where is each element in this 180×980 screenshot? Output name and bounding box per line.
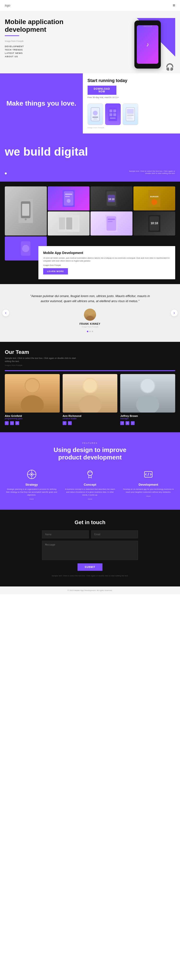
learn-more-button[interactable]: LEARN MORE [43, 268, 68, 274]
name-input[interactable] [42, 530, 89, 538]
feature-concept: Concept A business concept is a statemen… [63, 468, 117, 500]
dev-link[interactable]: more [122, 495, 175, 497]
svg-point-49 [25, 379, 39, 392]
member-name-3: Jeffrey Brown [120, 414, 175, 417]
development-icon [142, 468, 154, 480]
dot-3[interactable] [92, 331, 93, 332]
app-mock-2 [105, 103, 121, 125]
contact-title: Get in touch [5, 519, 175, 526]
member-socials-1: f t in [5, 421, 60, 425]
music-icon: ♪ [146, 41, 149, 48]
team-header: Our Team Sample text. Click to select th… [5, 349, 175, 366]
team-section: Our Team Sample text. Click to select th… [0, 342, 180, 432]
white-dot [5, 172, 7, 174]
svg-point-51 [79, 395, 101, 412]
hamburger-icon[interactable]: ≡ [172, 3, 175, 8]
svg-rect-6 [113, 110, 116, 112]
submit-button[interactable]: SUBMIT [77, 563, 103, 571]
member-name-1: Alex Grinfield [5, 414, 60, 417]
member-photo-2 [63, 374, 118, 412]
nav-item-about[interactable]: ABOUT US [5, 55, 88, 58]
images-from: Images from Freepik [43, 264, 171, 267]
instagram-icon-1[interactable]: in [15, 421, 19, 425]
twitter-icon-1[interactable]: t [10, 421, 14, 425]
team-title: Our Team [5, 349, 175, 355]
svg-rect-36 [107, 216, 116, 231]
running-left: Make things you love. [0, 73, 83, 134]
svg-point-1 [93, 111, 98, 116]
facebook-icon-3[interactable]: f [120, 421, 124, 425]
concept-link[interactable]: more [63, 498, 117, 500]
portfolio-section: 10:10 BURGER [0, 181, 180, 284]
feature-development: Development Develop an on-demand app for… [122, 468, 175, 500]
person1-bg [5, 374, 60, 412]
svg-rect-3 [93, 119, 97, 119]
svg-point-52 [83, 379, 97, 392]
portfolio-info: Mobile App Development Ut enim ad minim … [38, 246, 175, 279]
svg-rect-37 [108, 219, 115, 220]
svg-point-46 [86, 316, 94, 321]
testimonial-image-credit: Image from Freepik [7, 326, 173, 328]
hero-mockup: ♪ • MOCKUP 🎧 [92, 18, 175, 73]
facebook-icon-1[interactable]: f [5, 421, 9, 425]
next-testimonial-button[interactable]: › [171, 310, 178, 316]
nav-item-tech[interactable]: TECH TRENDS [5, 49, 88, 51]
nav-item-development[interactable]: DEVELOPMENT [5, 45, 88, 48]
svg-rect-12 [127, 115, 134, 116]
strategy-title: Strategy [5, 483, 58, 487]
avatar-face [84, 309, 96, 321]
svg-rect-7 [109, 113, 112, 116]
instagram-icon-3[interactable]: in [126, 421, 129, 425]
svg-rect-34 [73, 218, 78, 229]
portfolio-item-4: BURGER [133, 186, 175, 210]
download-button[interactable]: DOWNLOAD NOW [88, 86, 117, 95]
svg-rect-8 [113, 113, 116, 116]
contact-section: Get in touch SUBMIT Sample text. Click t… [0, 510, 180, 587]
strategy-link[interactable]: more [5, 498, 58, 500]
team-grid: Alex Grinfield programming guru f t in A… [5, 374, 175, 425]
svg-rect-33 [66, 218, 72, 229]
concept-title: Concept [63, 483, 117, 487]
svg-point-23 [67, 199, 71, 203]
svg-rect-9 [110, 118, 116, 119]
hero-content: Mobile application development Image fro… [5, 18, 92, 73]
message-textarea[interactable] [42, 541, 138, 560]
footer: © 2023 Mobile App Development. All right… [0, 587, 180, 594]
testimonial-name: FRANK KINNEY [7, 323, 173, 325]
team-member-3: Jeffrey Brown manager f in t [120, 374, 175, 425]
build-title: we build digital [5, 146, 175, 158]
nav-item-news[interactable]: LATEST NEWS [5, 52, 88, 54]
svg-point-18 [25, 218, 27, 220]
twitter-icon-2[interactable]: t [68, 421, 72, 425]
team-member-2: Ann Richmond creative leader f t [63, 374, 118, 425]
app-mock-3 [123, 103, 138, 125]
contact-sample-text: Sample text. Click to select the text bo… [5, 575, 175, 577]
svg-rect-21 [65, 194, 72, 195]
testimonial-section: ‹ › "Aenean pulvinar dui ornare, feugiat… [0, 284, 180, 342]
running-right: Start running today DOWNLOAD NOW Free 30… [83, 73, 180, 134]
dot-1[interactable] [87, 331, 88, 332]
app-mockups [88, 103, 175, 125]
svg-text:10:10: 10:10 [108, 198, 114, 200]
testimonial-dots [7, 331, 173, 332]
svg-point-30 [152, 199, 157, 205]
mockup-screen: ♪ [137, 25, 158, 64]
svg-text:BURGER: BURGER [150, 196, 158, 198]
portfolio-item-7: 10:10 [133, 212, 175, 235]
features-grid: Strategy Strategic planning is an organi… [5, 468, 175, 500]
twitter-icon-3[interactable]: t [131, 421, 135, 425]
member-role-3: manager [120, 417, 175, 420]
footer-text: © 2023 Mobile App Development. All right… [5, 589, 175, 592]
running-section: Make things you love. Start running toda… [0, 73, 180, 134]
contact-form: SUBMIT [42, 530, 138, 571]
mockup-phone: ♪ • MOCKUP [134, 21, 161, 68]
hero-title: Mobile application development [5, 18, 88, 33]
facebook-icon-2[interactable]: f [63, 421, 66, 425]
svg-rect-32 [59, 218, 65, 229]
dot-2[interactable] [89, 331, 91, 332]
svg-point-55 [141, 379, 155, 392]
prev-testimonial-button[interactable]: ‹ [2, 310, 9, 316]
email-input[interactable] [91, 530, 138, 538]
svg-text:10:10: 10:10 [150, 221, 158, 225]
make-things-text: Make things you love. [6, 99, 76, 108]
